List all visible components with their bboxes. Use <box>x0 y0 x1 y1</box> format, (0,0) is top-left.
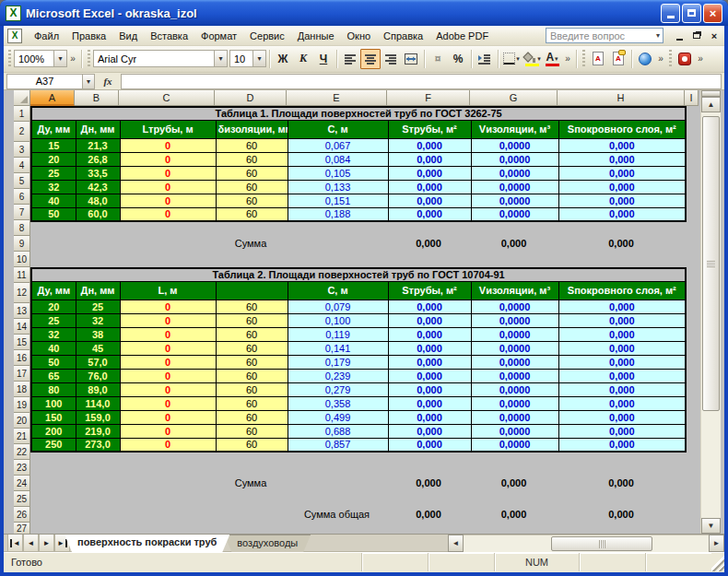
cell[interactable]: 0,0000 <box>471 355 558 369</box>
row-header[interactable]: 16 <box>14 350 30 366</box>
row-header[interactable]: 15 <box>14 335 30 350</box>
increase-indent-button[interactable] <box>475 49 495 69</box>
cell[interactable]: 0,000 <box>558 152 686 166</box>
previous-sheet-button[interactable]: ◄ <box>23 535 39 552</box>
row-header[interactable]: 26 <box>14 507 30 523</box>
cell[interactable]: 200 <box>31 424 76 438</box>
cell[interactable]: 0,000 <box>388 166 471 180</box>
cell[interactable]: 60 <box>216 327 288 341</box>
cell[interactable]: 60 <box>216 313 288 327</box>
row-header[interactable]: 9 <box>14 236 30 252</box>
sum-value-cell[interactable]: 0,000 <box>387 236 470 252</box>
cell[interactable]: 0,000 <box>388 300 471 313</box>
sum-value-cell[interactable]: 0,000 <box>558 236 685 252</box>
cell[interactable]: 0,000 <box>558 138 686 152</box>
cell[interactable]: 0,000 <box>558 369 686 382</box>
cell[interactable]: 0,000 <box>558 180 686 194</box>
header-cell[interactable]: Ду, мм <box>31 281 76 300</box>
scroll-up-button[interactable]: ▲ <box>701 97 721 112</box>
borders-button[interactable]: ▾ <box>501 49 522 69</box>
header-cell[interactable]: Sтрубы, м² <box>388 120 471 138</box>
row-header[interactable]: 4 <box>14 158 30 173</box>
cell[interactable]: 0 <box>120 313 216 327</box>
cell[interactable]: 0,0000 <box>471 166 558 180</box>
sum-value-cell[interactable]: 0,000 <box>470 476 558 491</box>
cell[interactable]: 0,000 <box>558 438 686 452</box>
finereader-button[interactable] <box>675 49 695 69</box>
dropdown-icon[interactable]: ▾ <box>53 51 66 66</box>
cell[interactable]: 0,000 <box>558 410 686 424</box>
cell[interactable]: 0 <box>120 369 216 382</box>
font-color-button[interactable]: A ▾ <box>542 49 562 69</box>
cell[interactable]: 89,0 <box>76 382 120 396</box>
cell[interactable]: 0,000 <box>388 396 471 410</box>
row-header[interactable]: 13 <box>14 303 30 319</box>
vertical-scrollbar[interactable]: ▲ ▼ <box>700 90 721 534</box>
cell[interactable]: 219,0 <box>76 424 120 438</box>
name-box[interactable]: A37 ▾ <box>6 74 95 89</box>
sum-label-cell[interactable]: Сумма <box>215 476 287 491</box>
cell[interactable]: 21,3 <box>76 138 120 152</box>
toolbar-options-chevron[interactable]: » <box>695 49 706 69</box>
formula-input[interactable] <box>121 74 722 89</box>
cell[interactable]: 0 <box>120 194 216 207</box>
cell[interactable]: 0,0000 <box>471 341 558 355</box>
dropdown-icon[interactable]: ▾ <box>555 55 558 63</box>
bold-button[interactable]: Ж <box>273 49 293 69</box>
row-header[interactable]: 18 <box>14 382 30 397</box>
header-cell[interactable]: Ду, мм <box>31 120 76 138</box>
cell[interactable]: 0,000 <box>388 327 471 341</box>
menu-help[interactable]: Справка <box>377 28 429 44</box>
cell[interactable]: 0,0000 <box>471 410 558 424</box>
cell[interactable]: 0,000 <box>558 313 686 327</box>
cell[interactable]: 42,3 <box>76 180 120 194</box>
cell[interactable]: 40 <box>31 341 76 355</box>
insert-function-button[interactable]: fx <box>95 76 121 87</box>
doc-close-button[interactable]: × <box>706 29 722 43</box>
maximize-button[interactable] <box>682 4 701 23</box>
table1-title-cell[interactable]: Таблица 1. Площади поверхностей труб по … <box>31 107 686 120</box>
menu-edit[interactable]: Правка <box>65 28 112 44</box>
cell[interactable]: 0,000 <box>388 341 471 355</box>
column-header-h[interactable]: H <box>558 90 685 106</box>
horizontal-scroll-thumb[interactable] <box>551 536 652 551</box>
fill-color-button[interactable]: ▾ <box>522 49 542 69</box>
toolbar-options-chevron[interactable]: » <box>655 49 666 69</box>
cell[interactable]: 60 <box>216 341 288 355</box>
cell[interactable]: 0 <box>120 152 216 166</box>
cell[interactable]: 60 <box>216 438 288 452</box>
dropdown-icon[interactable]: ▾ <box>252 51 265 66</box>
cell[interactable]: 60 <box>216 396 288 410</box>
cell[interactable]: 0 <box>120 424 216 438</box>
header-cell[interactable]: Дн, мм <box>76 120 120 138</box>
scroll-left-button[interactable]: ◄ <box>448 535 464 552</box>
zoom-combo[interactable]: 100% ▾ <box>14 50 67 67</box>
toolbar-grip[interactable] <box>8 50 11 68</box>
cell[interactable]: 0,000 <box>558 207 686 221</box>
cell[interactable]: 0,000 <box>558 424 686 438</box>
cell[interactable]: 0,119 <box>288 327 388 341</box>
cell[interactable]: 33,5 <box>76 166 120 180</box>
cell[interactable]: 0 <box>120 410 216 424</box>
cell[interactable]: 0 <box>120 166 216 180</box>
cell[interactable]: 0 <box>120 341 216 355</box>
cell[interactable]: 0,000 <box>558 194 686 207</box>
header-cell[interactable]: Vизоляции, м³ <box>471 281 558 300</box>
cell[interactable]: 50 <box>31 207 76 221</box>
cell[interactable]: 0 <box>120 300 216 313</box>
cell[interactable]: 65 <box>31 369 76 382</box>
cell[interactable]: 38 <box>76 327 120 341</box>
cell[interactable]: 0,0000 <box>471 300 558 313</box>
vertical-scroll-thumb[interactable] <box>702 116 720 411</box>
cell[interactable]: 0 <box>120 207 216 221</box>
sum-value-cell[interactable]: 0,000 <box>470 236 558 252</box>
font-name-combo[interactable]: Arial Cyr ▾ <box>93 50 228 67</box>
cell[interactable]: 0,0000 <box>471 424 558 438</box>
row-header[interactable]: 1 <box>14 106 30 122</box>
header-cell[interactable]: Lтрубы, м <box>120 120 216 138</box>
cell[interactable]: 0,100 <box>288 313 388 327</box>
dropdown-icon[interactable]: ▾ <box>537 55 541 63</box>
sheet-tab-vozduhovody[interactable]: воздуховоды <box>224 535 311 552</box>
menu-adobe-pdf[interactable]: Adobe PDF <box>429 28 495 44</box>
cell[interactable]: 76,0 <box>76 369 120 382</box>
